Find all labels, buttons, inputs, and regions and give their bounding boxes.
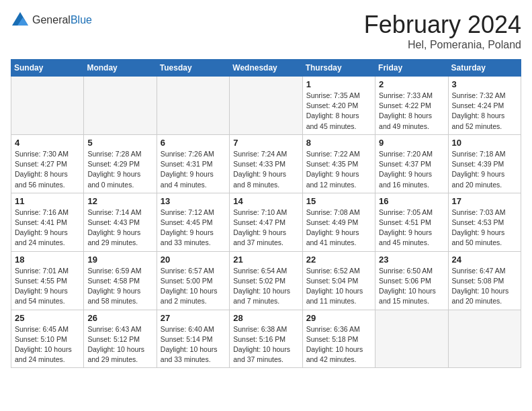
- calendar-cell: [448, 310, 521, 368]
- day-info: Sunrise: 7:18 AMSunset: 4:39 PMDaylight:…: [452, 149, 517, 190]
- calendar-cell: 13Sunrise: 7:12 AMSunset: 4:45 PMDayligh…: [157, 193, 229, 251]
- day-info: Sunrise: 7:12 AMSunset: 4:45 PMDaylight:…: [161, 208, 226, 248]
- weekday-header-row: SundayMondayTuesdayWednesdayThursdayFrid…: [11, 60, 521, 77]
- calendar-cell: 12Sunrise: 7:14 AMSunset: 4:43 PMDayligh…: [84, 193, 157, 251]
- day-info: Sunrise: 7:24 AMSunset: 4:33 PMDaylight:…: [233, 149, 298, 190]
- calendar-week-row: 25Sunrise: 6:45 AMSunset: 5:10 PMDayligh…: [11, 310, 521, 368]
- logo-icon: [11, 11, 30, 30]
- day-info: Sunrise: 7:26 AMSunset: 4:31 PMDaylight:…: [161, 149, 226, 190]
- calendar-cell: 9Sunrise: 7:20 AMSunset: 4:37 PMDaylight…: [375, 134, 448, 193]
- calendar-cell: 15Sunrise: 7:08 AMSunset: 4:49 PMDayligh…: [302, 193, 375, 251]
- calendar-subtitle: Hel, Pomerania, Poland: [364, 39, 521, 51]
- title-block: February 2024 Hel, Pomerania, Poland: [364, 11, 521, 51]
- calendar-cell: 7Sunrise: 7:24 AMSunset: 4:33 PMDaylight…: [230, 134, 302, 193]
- day-number: 8: [306, 138, 371, 148]
- day-info: Sunrise: 7:32 AMSunset: 4:24 PMDaylight:…: [452, 91, 517, 132]
- calendar-week-row: 11Sunrise: 7:16 AMSunset: 4:41 PMDayligh…: [11, 193, 521, 251]
- day-info: Sunrise: 6:43 AMSunset: 5:12 PMDaylight:…: [87, 324, 152, 365]
- calendar-cell: 3Sunrise: 7:32 AMSunset: 4:24 PMDaylight…: [448, 77, 521, 135]
- day-number: 5: [87, 138, 152, 148]
- day-info: Sunrise: 7:01 AMSunset: 4:55 PMDaylight:…: [15, 266, 80, 307]
- calendar-table: SundayMondayTuesdayWednesdayThursdayFrid…: [11, 59, 521, 368]
- calendar-cell: [11, 77, 84, 135]
- day-info: Sunrise: 6:54 AMSunset: 5:02 PMDaylight:…: [233, 266, 298, 307]
- logo: GeneralBlue: [11, 11, 92, 30]
- day-number: 17: [452, 196, 517, 206]
- calendar-cell: 27Sunrise: 6:40 AMSunset: 5:14 PMDayligh…: [157, 310, 229, 368]
- day-info: Sunrise: 6:50 AMSunset: 5:06 PMDaylight:…: [379, 266, 444, 307]
- page-header: GeneralBlue February 2024 Hel, Pomerania…: [11, 11, 521, 51]
- day-number: 10: [452, 138, 517, 148]
- weekday-header-thursday: Thursday: [302, 60, 375, 77]
- weekday-header-saturday: Saturday: [448, 60, 521, 77]
- day-info: Sunrise: 7:05 AMSunset: 4:51 PMDaylight:…: [379, 208, 444, 248]
- day-number: 24: [452, 255, 517, 265]
- calendar-cell: 20Sunrise: 6:57 AMSunset: 5:00 PMDayligh…: [157, 251, 229, 310]
- day-info: Sunrise: 6:38 AMSunset: 5:16 PMDaylight:…: [233, 324, 298, 365]
- day-info: Sunrise: 7:35 AMSunset: 4:20 PMDaylight:…: [306, 91, 371, 132]
- day-number: 28: [233, 313, 298, 323]
- day-number: 23: [379, 255, 444, 265]
- calendar-cell: 18Sunrise: 7:01 AMSunset: 4:55 PMDayligh…: [11, 251, 84, 310]
- calendar-cell: 26Sunrise: 6:43 AMSunset: 5:12 PMDayligh…: [84, 310, 157, 368]
- day-number: 25: [15, 313, 80, 323]
- logo-blue-text: Blue: [71, 14, 92, 26]
- day-info: Sunrise: 6:59 AMSunset: 4:58 PMDaylight:…: [87, 266, 152, 307]
- calendar-cell: 2Sunrise: 7:33 AMSunset: 4:22 PMDaylight…: [375, 77, 448, 135]
- calendar-cell: 6Sunrise: 7:26 AMSunset: 4:31 PMDaylight…: [157, 134, 229, 193]
- day-number: 26: [87, 313, 152, 323]
- day-info: Sunrise: 6:57 AMSunset: 5:00 PMDaylight:…: [161, 266, 226, 307]
- day-number: 9: [379, 138, 444, 148]
- calendar-cell: 23Sunrise: 6:50 AMSunset: 5:06 PMDayligh…: [375, 251, 448, 310]
- calendar-cell: [157, 77, 229, 135]
- day-number: 16: [379, 196, 444, 206]
- calendar-cell: 14Sunrise: 7:10 AMSunset: 4:47 PMDayligh…: [230, 193, 302, 251]
- weekday-header-wednesday: Wednesday: [230, 60, 302, 77]
- calendar-cell: [84, 77, 157, 135]
- day-number: 11: [15, 196, 80, 206]
- day-info: Sunrise: 7:14 AMSunset: 4:43 PMDaylight:…: [87, 208, 152, 248]
- day-number: 29: [306, 313, 371, 323]
- day-info: Sunrise: 7:20 AMSunset: 4:37 PMDaylight:…: [379, 149, 444, 190]
- day-number: 3: [452, 79, 517, 89]
- day-info: Sunrise: 6:40 AMSunset: 5:14 PMDaylight:…: [161, 324, 226, 365]
- day-number: 20: [161, 255, 226, 265]
- day-number: 19: [87, 255, 152, 265]
- calendar-cell: 25Sunrise: 6:45 AMSunset: 5:10 PMDayligh…: [11, 310, 84, 368]
- day-info: Sunrise: 7:22 AMSunset: 4:35 PMDaylight:…: [306, 149, 371, 190]
- weekday-header-tuesday: Tuesday: [157, 60, 229, 77]
- calendar-cell: 8Sunrise: 7:22 AMSunset: 4:35 PMDaylight…: [302, 134, 375, 193]
- day-number: 14: [233, 196, 298, 206]
- day-number: 18: [15, 255, 80, 265]
- day-number: 2: [379, 79, 444, 89]
- calendar-cell: 17Sunrise: 7:03 AMSunset: 4:53 PMDayligh…: [448, 193, 521, 251]
- logo-general-text: General: [32, 14, 71, 26]
- day-info: Sunrise: 7:08 AMSunset: 4:49 PMDaylight:…: [306, 208, 371, 248]
- calendar-cell: 4Sunrise: 7:30 AMSunset: 4:27 PMDaylight…: [11, 134, 84, 193]
- calendar-cell: 19Sunrise: 6:59 AMSunset: 4:58 PMDayligh…: [84, 251, 157, 310]
- day-info: Sunrise: 6:45 AMSunset: 5:10 PMDaylight:…: [15, 324, 80, 365]
- weekday-header-monday: Monday: [84, 60, 157, 77]
- calendar-cell: 10Sunrise: 7:18 AMSunset: 4:39 PMDayligh…: [448, 134, 521, 193]
- calendar-cell: 11Sunrise: 7:16 AMSunset: 4:41 PMDayligh…: [11, 193, 84, 251]
- day-info: Sunrise: 7:03 AMSunset: 4:53 PMDaylight:…: [452, 208, 517, 248]
- day-info: Sunrise: 6:47 AMSunset: 5:08 PMDaylight:…: [452, 266, 517, 307]
- day-info: Sunrise: 6:52 AMSunset: 5:04 PMDaylight:…: [306, 266, 371, 307]
- day-number: 27: [161, 313, 226, 323]
- day-number: 12: [87, 196, 152, 206]
- day-number: 22: [306, 255, 371, 265]
- day-info: Sunrise: 7:10 AMSunset: 4:47 PMDaylight:…: [233, 208, 298, 248]
- calendar-cell: 24Sunrise: 6:47 AMSunset: 5:08 PMDayligh…: [448, 251, 521, 310]
- calendar-cell: 1Sunrise: 7:35 AMSunset: 4:20 PMDaylight…: [302, 77, 375, 135]
- calendar-cell: [375, 310, 448, 368]
- calendar-week-row: 1Sunrise: 7:35 AMSunset: 4:20 PMDaylight…: [11, 77, 521, 135]
- calendar-cell: 29Sunrise: 6:36 AMSunset: 5:18 PMDayligh…: [302, 310, 375, 368]
- day-info: Sunrise: 7:30 AMSunset: 4:27 PMDaylight:…: [15, 149, 80, 190]
- day-number: 7: [233, 138, 298, 148]
- calendar-week-row: 4Sunrise: 7:30 AMSunset: 4:27 PMDaylight…: [11, 134, 521, 193]
- day-number: 1: [306, 79, 371, 89]
- day-number: 15: [306, 196, 371, 206]
- calendar-cell: [230, 77, 302, 135]
- calendar-week-row: 18Sunrise: 7:01 AMSunset: 4:55 PMDayligh…: [11, 251, 521, 310]
- day-number: 21: [233, 255, 298, 265]
